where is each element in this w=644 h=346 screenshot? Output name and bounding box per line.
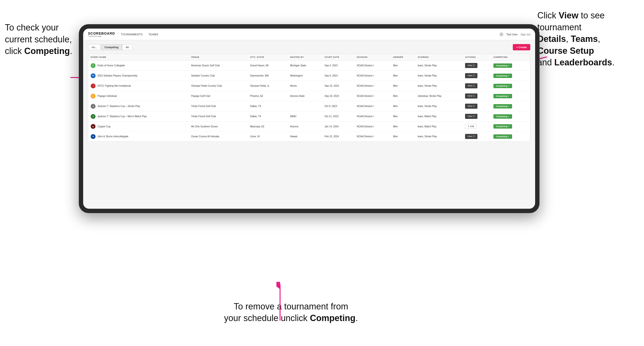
col-hosted-by: HOSTED BY <box>288 54 322 60</box>
tab-competing[interactable]: Competing <box>101 44 122 50</box>
start-date-cell: Feb 15, 2024 <box>322 132 354 142</box>
actions-cell: View ⓘ <box>463 81 491 91</box>
event-name: OFCC Fighting Illini Invitational <box>98 84 131 87</box>
gender-cell: Men <box>390 122 415 132</box>
competing-button[interactable]: Competing ✓ <box>494 134 512 139</box>
competing-cell: Competing ✓ <box>491 60 530 71</box>
competing-cell: Competing ✓ <box>491 111 530 122</box>
event-name: John A. Burns Intercollegiate <box>98 135 128 138</box>
tab-home[interactable]: Ho... <box>88 44 101 50</box>
tournaments-table: EVENT NAME VENUE CITY, STATE HOSTED BY S… <box>88 54 530 142</box>
gender-cell: Men <box>390 60 415 71</box>
competing-cell: Competing ✓ <box>491 122 530 132</box>
competing-cell: Competing ✓ <box>491 81 530 91</box>
view-button[interactable]: View ⓘ <box>465 83 478 88</box>
hosted-by-cell <box>288 101 322 111</box>
col-city-state: CITY, STATE <box>248 54 288 60</box>
venue-cell: American Dunes Golf Club <box>189 60 248 71</box>
start-date-cell: Oct 11, 2023 <box>322 111 354 122</box>
scoring-cell: team, Stroke Play <box>415 81 463 91</box>
division-cell: NCAA Division I <box>354 122 390 132</box>
event-name: Copper Cup <box>98 125 110 128</box>
competing-button[interactable]: Competing ✓ <box>494 114 512 119</box>
actions-cell: View ⓘ <box>463 132 491 142</box>
event-name: Jackson T. Stephens Cup – Stroke Play <box>98 105 140 108</box>
col-actions: ACTIONS <box>463 54 491 60</box>
division-cell: NCAA Division I <box>354 91 390 101</box>
gender-cell: Men <box>390 91 415 101</box>
view-button[interactable]: View ⓘ <box>465 93 478 99</box>
tablet-frame: SCOREBOARD Powered by clippi TOURNAMENTS… <box>79 24 540 213</box>
table-row: IOFCC Fighting Illini InvitationalOlympi… <box>88 81 530 91</box>
division-cell: NCAA Division I <box>354 101 390 111</box>
table-row: JJackson T. Stephens Cup – Men's Match P… <box>88 111 530 122</box>
app-logo: SCOREBOARD Powered by clippi <box>88 31 115 37</box>
event-name-cell: IOFCC Fighting Illini Invitational <box>88 81 189 91</box>
event-name: Folds of Honor Collegiate <box>98 64 125 67</box>
city-state-cell: Dallas, TX <box>248 111 288 122</box>
gender-cell: Men <box>390 71 415 81</box>
view-button[interactable]: View ⓘ <box>465 104 478 109</box>
competing-button[interactable]: Competing ✓ <box>494 63 512 68</box>
nav-teams[interactable]: TEAMS <box>148 33 158 36</box>
division-cell: NCAA Division I <box>354 81 390 91</box>
hosted-by-cell: ABAC <box>288 111 322 122</box>
hosted-by-cell: Illinois <box>288 81 322 91</box>
user-icon <box>500 32 503 36</box>
view-button[interactable]: View ⓘ <box>465 134 478 139</box>
event-name-cell: APapago Individual <box>88 91 189 101</box>
nav-tournaments[interactable]: TOURNAMENTS <box>121 33 142 36</box>
col-gender: GENDER <box>390 54 415 60</box>
scoring-cell: team, Match Play <box>415 111 463 122</box>
venue-cell: Trinity Forest Golf Club <box>189 101 248 111</box>
division-cell: NCAA Division I <box>354 132 390 142</box>
event-name: Papago Individual <box>98 95 117 97</box>
city-state-cell: Grand Haven, MI <box>248 60 288 71</box>
city-state-cell: Dallas, TX <box>248 101 288 111</box>
start-date-cell: Sep 15, 2023 <box>322 81 354 91</box>
start-date-cell: Oct 9, 2023 <box>322 101 354 111</box>
competing-button[interactable]: Competing ✓ <box>494 124 512 129</box>
view-button[interactable]: View ⓘ <box>465 63 478 68</box>
venue-cell: Ak-Chin Southern Dunes <box>189 122 248 132</box>
venue-cell: Olympia Fields Country Club <box>189 81 248 91</box>
division-cell: NCAA Division I <box>354 71 390 81</box>
filter-tabs: Ho... Competing All <box>88 44 132 50</box>
event-name-cell: JJackson T. Stephens Cup – Men's Match P… <box>88 111 189 122</box>
view-button[interactable]: View ⓘ <box>465 114 478 119</box>
edit-button[interactable]: ✎ Edit <box>465 124 477 129</box>
view-button[interactable]: View ⓘ <box>465 73 478 78</box>
scoring-cell: team, Stroke Play <box>415 71 463 81</box>
table-row: APapago IndividualPapago Golf ClubPhoeni… <box>88 91 530 101</box>
competing-button[interactable]: Competing ✓ <box>494 104 512 109</box>
create-button[interactable]: + Create <box>513 44 530 50</box>
team-logo: F <box>91 63 96 68</box>
venue-cell: Papago Golf Club <box>189 91 248 101</box>
actions-cell: View ⓘ <box>463 111 491 122</box>
scoring-cell: team, Stroke Play <box>415 60 463 71</box>
event-name-cell: W2023 Sahalee Players Championship <box>88 71 189 81</box>
venue-cell: Sahalee Country Club <box>189 71 248 81</box>
competing-button[interactable]: Competing ✓ <box>494 84 512 88</box>
competing-cell: Competing ✓ <box>491 71 530 81</box>
venue-cell: Trinity Forest Golf Club <box>189 111 248 122</box>
nav-signout[interactable]: Sign out <box>520 33 530 36</box>
tablet-screen: SCOREBOARD Powered by clippi TOURNAMENTS… <box>83 28 535 209</box>
hosted-by-cell: Arizona State <box>288 91 322 101</box>
event-name-cell: FFolds of Honor Collegiate <box>88 60 189 71</box>
venue-cell: Ocean Course At Hokuala <box>189 132 248 142</box>
start-date-cell: Jan 14, 2024 <box>322 122 354 132</box>
division-cell: NCAA Division I <box>354 60 390 71</box>
hosted-by-cell: Michigan State <box>288 60 322 71</box>
col-start-date: START DATE <box>322 54 354 60</box>
event-name: 2023 Sahalee Players Championship <box>98 74 138 77</box>
table-header-row: EVENT NAME VENUE CITY, STATE HOSTED BY S… <box>88 54 530 60</box>
competing-button[interactable]: Competing ✓ <box>494 94 512 98</box>
table-row: W2023 Sahalee Players ChampionshipSahale… <box>88 71 530 81</box>
team-logo: H <box>91 134 96 139</box>
tab-all[interactable]: All <box>122 44 132 50</box>
competing-button[interactable]: Competing ✓ <box>494 74 512 78</box>
main-content: Ho... Competing All + Create EVENT NAME … <box>83 40 535 209</box>
start-date-cell: Sep 9, 2023 <box>322 71 354 81</box>
actions-cell: View ⓘ <box>463 71 491 81</box>
